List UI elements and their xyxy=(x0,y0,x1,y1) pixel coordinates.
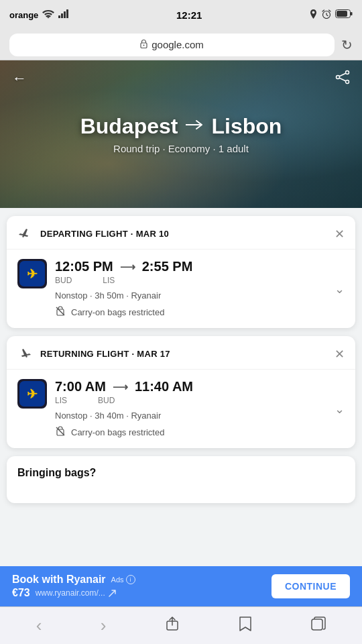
cards-container: DEPARTING FLIGHT · MAR 10 ✕ ✈ 12:05 PM ⟶… xyxy=(0,208,362,511)
booking-price: €73 xyxy=(12,587,30,599)
return-bag-restricted-icon xyxy=(55,426,66,439)
status-left: orange xyxy=(9,9,69,20)
departing-bag-row: Carry-on bags restricted xyxy=(55,306,326,319)
returning-flight-card: RETURNING FLIGHT · MAR 17 ✕ ✈ 7:00 AM ⟶ … xyxy=(7,336,355,448)
browser-bookmarks-button[interactable] xyxy=(238,616,253,636)
depart-code: BUD xyxy=(55,276,72,285)
svg-rect-3 xyxy=(64,11,66,18)
departing-plane-icon xyxy=(17,225,32,242)
returning-bag-row: Carry-on bags restricted xyxy=(55,426,326,439)
returning-meta: Nonstop · 3h 40m · Ryanair xyxy=(55,411,326,421)
departing-title: DEPARTING FLIGHT · MAR 10 xyxy=(40,229,169,239)
svg-text:✈: ✈ xyxy=(27,387,38,401)
bags-title: Bringing bags? xyxy=(17,467,345,479)
returning-header: RETURNING FLIGHT · MAR 17 ✕ xyxy=(7,336,355,370)
departing-meta: Nonstop · 3h 50m · Ryanair xyxy=(55,290,326,301)
svg-rect-8 xyxy=(337,11,347,17)
ads-badge: Ads i xyxy=(111,575,135,584)
wifi-icon xyxy=(42,9,54,20)
browser-bar: google.com ↻ xyxy=(0,30,362,60)
svg-rect-25 xyxy=(312,619,322,630)
reload-button[interactable]: ↻ xyxy=(341,37,353,53)
booking-bar: Book with Ryanair Ads i €73 www.ryanair.… xyxy=(0,566,362,606)
bag-restricted-icon xyxy=(55,306,66,319)
departing-flight-row: ✈ 12:05 PM ⟶ 2:55 PM BUD LIS Nonstop · 3… xyxy=(17,259,345,319)
svg-rect-18 xyxy=(57,309,64,315)
bags-card: Bringing bags? xyxy=(7,456,355,503)
svg-rect-7 xyxy=(351,12,353,15)
booking-title-row: Book with Ryanair Ads i xyxy=(12,574,135,586)
departing-airports: BUD LIS xyxy=(55,276,326,285)
svg-rect-22 xyxy=(57,429,64,435)
booking-provider: Book with Ryanair xyxy=(12,574,106,586)
return-depart-time: 7:00 AM xyxy=(55,379,106,394)
returning-plane-icon xyxy=(17,345,32,362)
booking-url: www.ryanair.com/... xyxy=(36,588,117,598)
url-bar[interactable]: google.com xyxy=(9,34,335,56)
lock-icon xyxy=(140,39,147,50)
svg-point-12 xyxy=(337,76,340,79)
trip-details: Round trip · Economy · 1 adult xyxy=(80,143,282,154)
carrier-name: orange xyxy=(9,10,38,20)
svg-text:✈: ✈ xyxy=(27,267,38,281)
continue-button[interactable]: CONTINUE xyxy=(272,574,350,598)
alarm-icon xyxy=(322,9,331,21)
arrive-time: 2:55 PM xyxy=(142,259,193,274)
browser-share-button[interactable] xyxy=(165,616,180,636)
origin-city: Budapest xyxy=(80,114,178,139)
svg-line-23 xyxy=(56,427,64,435)
svg-line-19 xyxy=(56,307,64,315)
location-icon xyxy=(309,9,318,21)
departing-close-button[interactable]: ✕ xyxy=(335,227,345,241)
svg-point-10 xyxy=(143,45,145,46)
departing-expand-button[interactable]: ⌄ xyxy=(335,282,345,297)
status-time: 12:21 xyxy=(176,9,202,21)
hero-route: Budapest Lisbon xyxy=(80,114,282,139)
departing-body: ✈ 12:05 PM ⟶ 2:55 PM BUD LIS Nonstop · 3… xyxy=(7,250,355,328)
departing-details: 12:05 PM ⟶ 2:55 PM BUD LIS Nonstop · 3h … xyxy=(55,259,326,319)
ads-info-icon[interactable]: i xyxy=(126,575,135,584)
browser-forward-button[interactable]: › xyxy=(101,615,107,636)
back-button[interactable]: ← xyxy=(12,70,27,89)
ads-label: Ads xyxy=(111,576,124,584)
return-bag-restriction-label: Carry-on bags restricted xyxy=(71,427,164,437)
returning-times: 7:00 AM ⟶ 11:40 AM xyxy=(55,379,326,394)
hero-section: ← Budapest Lisbon Round trip · Economy ·… xyxy=(0,60,362,208)
booking-price-row: €73 www.ryanair.com/... xyxy=(12,587,135,599)
returning-title: RETURNING FLIGHT · MAR 17 xyxy=(40,349,170,359)
browser-back-button[interactable]: ‹ xyxy=(36,615,42,636)
url-text: google.com xyxy=(152,39,204,50)
returning-body: ✈ 7:00 AM ⟶ 11:40 AM LIS BUD Nonstop · 3… xyxy=(7,370,355,448)
returning-details: 7:00 AM ⟶ 11:40 AM LIS BUD Nonstop · 3h … xyxy=(55,379,326,439)
svg-line-14 xyxy=(339,73,346,76)
svg-point-13 xyxy=(346,80,349,84)
flight-time-arrow: ⟶ xyxy=(120,260,135,273)
return-flight-time-arrow: ⟶ xyxy=(113,380,128,393)
svg-rect-2 xyxy=(61,13,63,18)
header-left: DEPARTING FLIGHT · MAR 10 xyxy=(17,225,169,242)
svg-rect-4 xyxy=(66,9,68,18)
share-button[interactable] xyxy=(335,70,350,89)
svg-point-0 xyxy=(48,17,49,18)
svg-rect-1 xyxy=(58,15,60,18)
returning-close-button[interactable]: ✕ xyxy=(335,347,345,362)
bag-restriction-label: Carry-on bags restricted xyxy=(71,307,164,317)
return-depart-code: LIS xyxy=(55,396,67,405)
departing-times: 12:05 PM ⟶ 2:55 PM xyxy=(55,259,326,274)
return-arrive-code: BUD xyxy=(98,396,115,405)
returning-header-left: RETURNING FLIGHT · MAR 17 xyxy=(17,345,170,362)
svg-line-15 xyxy=(339,78,346,81)
departing-header: DEPARTING FLIGHT · MAR 10 ✕ xyxy=(7,216,355,250)
signal-icon xyxy=(58,9,69,20)
arrive-code: LIS xyxy=(103,276,115,285)
hero-content: Budapest Lisbon Round trip · Economy · 1… xyxy=(80,114,282,154)
svg-point-11 xyxy=(346,71,349,74)
browser-bottom-nav: ‹ › xyxy=(0,606,362,644)
returning-airports: LIS BUD xyxy=(55,396,326,405)
return-arrive-time: 11:40 AM xyxy=(135,379,193,394)
status-right xyxy=(309,9,353,21)
returning-expand-button[interactable]: ⌄ xyxy=(335,402,345,417)
browser-tabs-button[interactable] xyxy=(311,616,326,635)
departing-flight-card: DEPARTING FLIGHT · MAR 10 ✕ ✈ 12:05 PM ⟶… xyxy=(7,216,355,328)
battery-icon xyxy=(335,9,353,20)
